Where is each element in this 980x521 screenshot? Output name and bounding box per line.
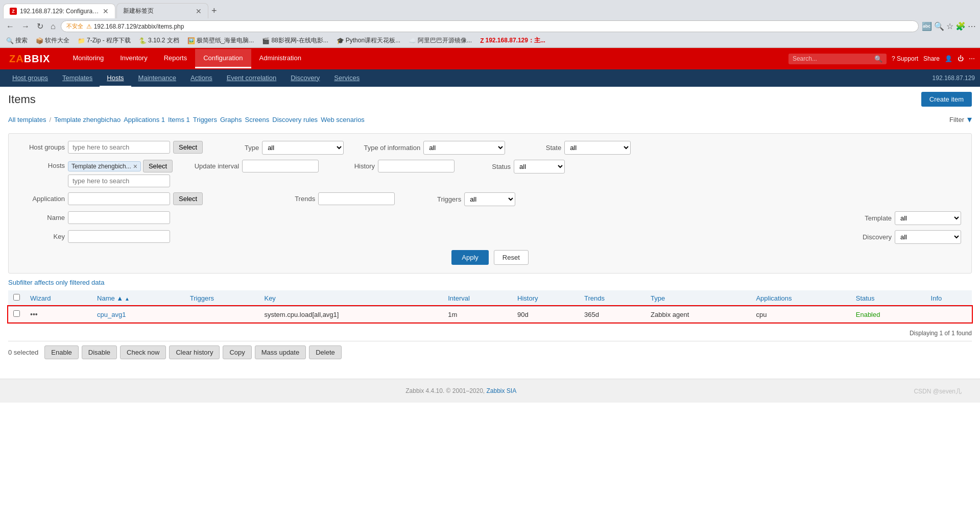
- subnav-maintenance[interactable]: Maintenance: [131, 70, 183, 87]
- update-interval-input[interactable]: [242, 160, 319, 172]
- subnav-hosts[interactable]: Hosts: [100, 70, 131, 87]
- type-info-select[interactable]: all Numeric (unsigned) Numeric (float) C…: [423, 141, 505, 155]
- application-select-button[interactable]: Select: [173, 192, 203, 205]
- filter-field-trends: Trends: [269, 192, 395, 205]
- subnav-templates[interactable]: Templates: [55, 70, 100, 87]
- breadcrumb: All templates / Template zhengbichao App…: [8, 112, 972, 127]
- subnav-actions[interactable]: Actions: [183, 70, 220, 87]
- select-all-checkbox[interactable]: [13, 294, 20, 301]
- key-input[interactable]: [68, 230, 170, 243]
- bookmark-aliyun[interactable]: ☁️ 阿里巴巴开源镜像...: [407, 35, 474, 46]
- enable-button[interactable]: Enable: [44, 345, 78, 359]
- type-select[interactable]: all Zabbix agent Zabbix agent (active) S…: [262, 141, 344, 155]
- apply-button[interactable]: Apply: [451, 250, 489, 265]
- support-link[interactable]: ? Support: [892, 55, 918, 62]
- home-button[interactable]: ⌂: [49, 21, 58, 32]
- copy-button[interactable]: Copy: [223, 345, 251, 359]
- header-status[interactable]: Status: [851, 290, 926, 306]
- row-action-dots[interactable]: •••: [30, 310, 38, 318]
- header-triggers[interactable]: Triggers: [185, 290, 259, 306]
- hosts-select-button[interactable]: Select: [143, 160, 173, 172]
- state-select[interactable]: all Normal Not supported: [564, 141, 631, 155]
- host-groups-input[interactable]: [68, 141, 170, 154]
- triggers-select[interactable]: all Yes No: [464, 192, 515, 206]
- reset-button[interactable]: Reset: [494, 250, 529, 265]
- breadcrumb-all-templates[interactable]: All templates: [8, 116, 46, 123]
- bookmark-software[interactable]: 📦 软件大全: [34, 35, 71, 46]
- bookmark-python-course[interactable]: 🎓 Python课程天花板...: [334, 35, 402, 46]
- breadcrumb-applications[interactable]: Applications 1: [124, 116, 165, 123]
- bookmark-88film[interactable]: 🎬 88影视网-在线电影...: [260, 35, 330, 46]
- state-label: State: [515, 144, 561, 152]
- bookmark-wallpaper[interactable]: 🖼️ 极简壁纸_海量电脑...: [185, 35, 256, 46]
- star-icon[interactable]: ☆: [946, 21, 953, 31]
- breadcrumb-template[interactable]: Template zhengbichao: [54, 116, 121, 123]
- more-icon[interactable]: ⋯: [969, 55, 975, 62]
- breadcrumb-discovery-rules[interactable]: Discovery rules: [272, 116, 318, 123]
- search-box[interactable]: 🔍: [788, 54, 887, 64]
- breadcrumb-web-scenarios[interactable]: Web scenarios: [321, 116, 365, 123]
- subnav-host-groups[interactable]: Host groups: [5, 70, 55, 87]
- name-input[interactable]: [68, 211, 170, 224]
- history-input[interactable]: [378, 160, 455, 172]
- browser-tab-active[interactable]: Z 192.168.87.129: Configuration of... ✕: [3, 4, 115, 18]
- header-applications[interactable]: Applications: [751, 290, 850, 306]
- share-link[interactable]: Share: [923, 55, 940, 62]
- template-select[interactable]: all: [895, 211, 961, 225]
- disable-button[interactable]: Disable: [82, 345, 117, 359]
- nav-reports[interactable]: Reports: [156, 49, 196, 68]
- discovery-select[interactable]: all Yes No: [895, 230, 961, 244]
- status-select[interactable]: all Enabled Disabled: [514, 160, 565, 173]
- nav-configuration[interactable]: Configuration: [195, 49, 251, 68]
- zoom-icon[interactable]: 🔍: [934, 21, 944, 31]
- bookmark-zabbix-main[interactable]: Z 192.168.87.129：主...: [478, 35, 547, 46]
- host-groups-select-button[interactable]: Select: [173, 141, 203, 154]
- browser-tab-new[interactable]: 新建标签页 ✕: [116, 3, 208, 18]
- header-key[interactable]: Key: [259, 290, 443, 306]
- menu-icon[interactable]: ⋯: [968, 21, 976, 31]
- bookmark-search[interactable]: 🔍 搜索: [4, 35, 30, 46]
- user-icon[interactable]: 👤: [945, 55, 952, 62]
- logout-icon[interactable]: ⏻: [958, 55, 964, 62]
- bookmark-7zip[interactable]: 📁 7-Zip - 程序下载: [76, 35, 133, 46]
- header-type[interactable]: Type: [646, 290, 751, 306]
- delete-button[interactable]: Delete: [309, 345, 342, 359]
- tab-close-new[interactable]: ✕: [196, 7, 202, 15]
- zabbix-logo[interactable]: ZABBIX: [5, 51, 54, 67]
- subnav-event-correlation[interactable]: Event correlation: [220, 70, 284, 87]
- header-trends[interactable]: Trends: [579, 290, 646, 306]
- bookmark-python-docs[interactable]: 🐍 3.10.2 文档: [137, 35, 181, 46]
- forward-button[interactable]: →: [19, 21, 32, 32]
- check-now-button[interactable]: Check now: [120, 345, 166, 359]
- extension-icon[interactable]: 🧩: [955, 21, 966, 31]
- row-checkbox[interactable]: [13, 310, 20, 317]
- header-name[interactable]: Name ▲: [92, 290, 185, 306]
- item-name-link[interactable]: cpu_avg1: [97, 311, 126, 318]
- footer-link[interactable]: Zabbix SIA: [487, 387, 517, 394]
- clear-history-button[interactable]: Clear history: [169, 345, 220, 359]
- search-input[interactable]: [793, 55, 874, 62]
- reload-button[interactable]: ↻: [35, 20, 45, 32]
- breadcrumb-triggers[interactable]: Triggers: [193, 116, 217, 123]
- new-tab-button[interactable]: +: [211, 6, 217, 16]
- breadcrumb-graphs[interactable]: Graphs: [220, 116, 242, 123]
- host-tag-close[interactable]: ×: [133, 163, 137, 170]
- application-input[interactable]: [68, 192, 170, 205]
- nav-administration[interactable]: Administration: [251, 49, 309, 68]
- subnav-discovery[interactable]: Discovery: [283, 70, 327, 87]
- back-button[interactable]: ←: [4, 21, 16, 32]
- header-history[interactable]: History: [512, 290, 579, 306]
- create-item-button[interactable]: Create item: [921, 92, 972, 107]
- header-interval[interactable]: Interval: [443, 290, 512, 306]
- nav-monitoring[interactable]: Monitoring: [64, 49, 112, 68]
- filter-icon[interactable]: ▾: [967, 114, 972, 125]
- address-box[interactable]: 不安全 ⚠ 192.168.87.129/zabbix/items.php: [61, 20, 919, 32]
- hosts-input[interactable]: [68, 175, 170, 187]
- nav-inventory[interactable]: Inventory: [112, 49, 155, 68]
- translate-icon[interactable]: 🔤: [922, 21, 932, 31]
- tab-close-active[interactable]: ✕: [103, 7, 109, 15]
- breadcrumb-screens[interactable]: Screens: [245, 116, 270, 123]
- mass-update-button[interactable]: Mass update: [255, 345, 306, 359]
- subnav-services[interactable]: Services: [327, 70, 367, 87]
- trends-input[interactable]: [318, 192, 395, 205]
